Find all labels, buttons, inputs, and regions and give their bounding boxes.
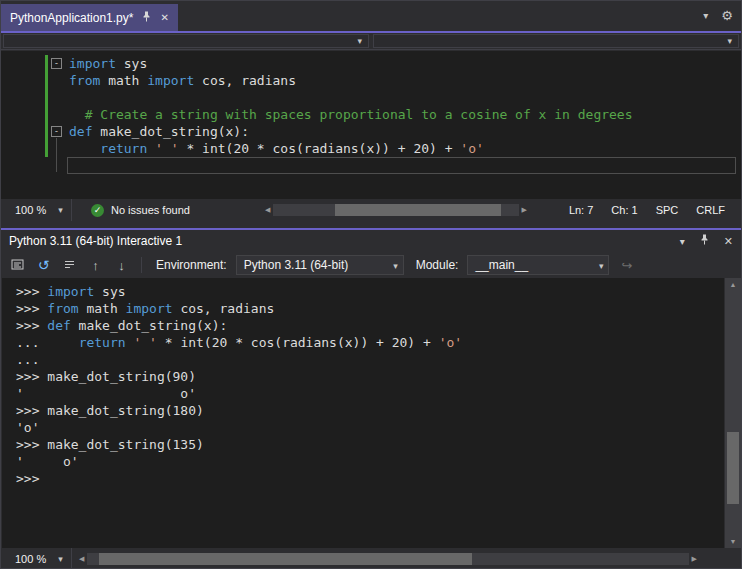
scroll-left-icon[interactable]: ◀ xyxy=(79,555,84,563)
scrollbar-thumb[interactable] xyxy=(335,204,502,216)
clear-screen-icon[interactable] xyxy=(61,258,78,273)
close-icon[interactable]: ✕ xyxy=(724,235,733,248)
editor-position-indicators: Ln: 7 Ch: 1 SPC CRLF xyxy=(569,199,725,221)
fold-collapse-icon[interactable]: - xyxy=(51,126,62,137)
tab-bar-actions: ▾ ⚙ xyxy=(703,8,733,23)
repl-line[interactable]: >>> make_dot_string(180) xyxy=(2,402,724,419)
close-icon[interactable]: ✕ xyxy=(160,13,168,23)
editor-code-line[interactable]: -import sys xyxy=(1,55,741,72)
interactive-toolbar: ↺ ↑ ↓ Environment: Python 3.11 (64-bit) … xyxy=(1,252,741,278)
chevron-down-icon: ▾ xyxy=(727,36,732,46)
scrollbar-track[interactable] xyxy=(87,553,688,565)
module-label: Module: xyxy=(416,258,459,272)
module-dropdown[interactable]: __main__ ▾ xyxy=(467,255,609,275)
member-scope-dropdown[interactable]: ▾ xyxy=(373,34,739,48)
gear-icon[interactable]: ⚙ xyxy=(721,8,733,23)
document-list-chevron-icon[interactable]: ▾ xyxy=(703,10,708,21)
repl-line[interactable]: >>> def make_dot_string(x): xyxy=(2,317,724,334)
interactive-status-bar: 100 % ▾ ◀ ▶ xyxy=(1,548,741,569)
repl-output[interactable]: >>> import sys>>> from math import cos, … xyxy=(2,278,724,548)
history-previous-icon[interactable]: ↑ xyxy=(87,259,104,272)
repl-line[interactable]: >>> from math import cos, radians xyxy=(2,300,724,317)
tab-title: PythonApplication1.py* xyxy=(10,11,133,25)
repl-line[interactable]: >>> make_dot_string(135) xyxy=(2,436,724,453)
document-tab-bar: PythonApplication1.py* ✕ ▾ ⚙ xyxy=(1,1,741,31)
send-to-interactive-icon[interactable]: ↪ xyxy=(618,259,635,272)
repl-line[interactable]: ... xyxy=(2,351,724,368)
interactive-options-icon[interactable] xyxy=(9,258,26,273)
module-value: __main__ xyxy=(475,258,528,272)
issues-text: No issues found xyxy=(111,204,190,216)
editor-horizontal-scrollbar[interactable]: ◀ ▶ xyxy=(265,204,527,216)
editor-code-line[interactable]: from math import cos, radians xyxy=(1,72,741,89)
repl-line[interactable]: ... return ' ' * int(20 * cos(radians(x)… xyxy=(2,334,724,351)
tab-pythonapplication1[interactable]: PythonApplication1.py* ✕ xyxy=(1,4,178,31)
window-menu-chevron-icon[interactable]: ▾ xyxy=(680,236,685,247)
zoom-value: 100 % xyxy=(15,204,46,216)
issues-indicator[interactable]: ✓ No issues found xyxy=(91,199,190,221)
pin-icon[interactable] xyxy=(141,11,152,25)
code-editor[interactable]: -import sysfrom math import cos, radians… xyxy=(1,51,741,199)
editor-code-line[interactable]: # Create a string with spaces proportion… xyxy=(1,106,741,123)
project-scope-dropdown[interactable]: ▾ xyxy=(3,34,369,48)
scroll-down-icon[interactable]: ▼ xyxy=(725,538,741,545)
scroll-up-icon[interactable]: ▲ xyxy=(725,281,741,288)
editor-code: -import sysfrom math import cos, radians… xyxy=(1,55,741,174)
interactive-title-bar[interactable]: Python 3.11 (64-bit) Interactive 1 ▾ ✕ xyxy=(1,230,741,252)
scroll-right-icon[interactable]: ▶ xyxy=(522,206,527,214)
pin-icon[interactable] xyxy=(699,234,710,248)
spaces-indicator: SPC xyxy=(656,204,679,216)
repl-vertical-scrollbar[interactable]: ▲ ▼ xyxy=(725,278,741,548)
scrollbar-thumb[interactable] xyxy=(99,553,472,565)
environment-value: Python 3.11 (64-bit) xyxy=(244,258,349,272)
history-next-icon[interactable]: ↓ xyxy=(113,259,130,272)
interactive-title: Python 3.11 (64-bit) Interactive 1 xyxy=(9,234,182,248)
editor-zoom-control[interactable]: 100 % ▾ xyxy=(7,199,72,221)
repl-line[interactable]: ' o' xyxy=(2,385,724,402)
line-ending-indicator: CRLF xyxy=(696,204,725,216)
editor-code-line[interactable]: return ' ' * int(20 * cos(radians(x)) + … xyxy=(1,140,741,157)
check-icon: ✓ xyxy=(91,204,104,217)
editor-code-line[interactable] xyxy=(67,157,736,174)
editor-status-bar: 100 % ▾ ✓ No issues found ◀ ▶ Ln: 7 Ch: … xyxy=(1,199,741,221)
toolbar-separator xyxy=(141,257,142,273)
repl-horizontal-scrollbar[interactable]: ◀ ▶ xyxy=(79,553,697,565)
chevron-down-icon: ▾ xyxy=(58,205,63,215)
repl-line[interactable]: >>> make_dot_string(90) xyxy=(2,368,724,385)
editor-code-line[interactable] xyxy=(1,89,741,106)
repl-line[interactable]: ' o' xyxy=(2,453,724,470)
chevron-down-icon: ▾ xyxy=(357,36,362,46)
chevron-down-icon: ▾ xyxy=(393,261,398,271)
scroll-left-icon[interactable]: ◀ xyxy=(265,206,270,214)
column-indicator: Ch: 1 xyxy=(611,204,637,216)
line-indicator: Ln: 7 xyxy=(569,204,593,216)
scrollbar-track[interactable] xyxy=(273,204,518,216)
scroll-right-icon[interactable]: ▶ xyxy=(692,555,697,563)
chevron-down-icon: ▾ xyxy=(58,554,63,564)
repl-zoom-control[interactable]: 100 % ▾ xyxy=(7,548,72,569)
fold-collapse-icon[interactable]: - xyxy=(51,58,62,69)
repl-line[interactable]: 'o' xyxy=(2,419,724,436)
navigation-bar: ▾ ▾ xyxy=(1,33,741,50)
chevron-down-icon: ▾ xyxy=(599,261,604,271)
reset-icon[interactable]: ↺ xyxy=(35,258,52,272)
environment-dropdown[interactable]: Python 3.11 (64-bit) ▾ xyxy=(236,255,404,275)
environment-label: Environment: xyxy=(156,258,227,272)
zoom-value: 100 % xyxy=(15,553,46,565)
repl-line[interactable]: >>> xyxy=(2,470,724,487)
scrollbar-thumb[interactable] xyxy=(727,432,739,504)
editor-code-line[interactable]: -def make_dot_string(x): xyxy=(1,123,741,140)
repl-line[interactable]: >>> import sys xyxy=(2,283,724,300)
interactive-window-buttons: ▾ ✕ xyxy=(680,234,733,248)
visual-studio-window: PythonApplication1.py* ✕ ▾ ⚙ ▾ ▾ -import… xyxy=(0,0,742,569)
python-interactive-panel: Python 3.11 (64-bit) Interactive 1 ▾ ✕ ↺… xyxy=(1,228,741,569)
